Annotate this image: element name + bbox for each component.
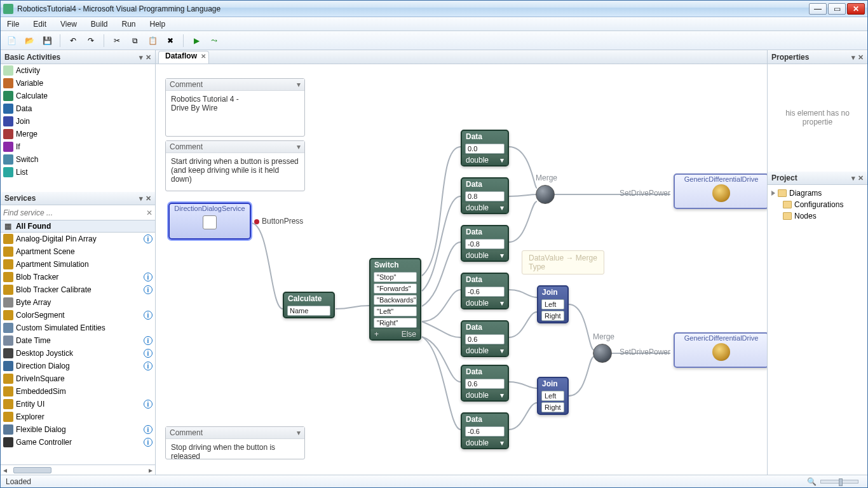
save-button[interactable]: 💾 <box>40 34 54 48</box>
run-button[interactable]: ▶ <box>189 34 203 48</box>
clear-search-icon[interactable]: ✕ <box>146 208 153 217</box>
node-direction-dialog-service[interactable]: DirectionDialogService ✦ <box>168 203 251 240</box>
panel-activities-header[interactable]: Basic Activities ▾✕ <box>1 50 155 64</box>
services-list[interactable]: Analog-Digital Pin Arrayi Apartment Scen… <box>1 233 155 464</box>
activity-item[interactable]: Activity <box>1 64 155 77</box>
menu-build[interactable]: Build <box>87 18 112 30</box>
data-value[interactable] <box>465 426 505 437</box>
info-icon[interactable]: i <box>144 349 153 358</box>
output-port[interactable] <box>254 219 259 224</box>
tree-item-configurations[interactable]: Configurations <box>771 199 864 210</box>
info-icon[interactable]: i <box>144 273 153 281</box>
switch-case[interactable]: "Forwards" <box>374 283 417 294</box>
menu-edit[interactable]: Edit <box>29 18 50 30</box>
info-icon[interactable]: i <box>144 438 153 447</box>
activity-item[interactable]: If <box>1 140 155 153</box>
data-value[interactable] <box>465 379 505 389</box>
pin-icon[interactable]: ▾ <box>139 53 143 62</box>
comment-box[interactable]: Comment▾ Stop driving when the button is… <box>165 426 305 459</box>
titlebar[interactable]: RoboticsTutorial4 - Microsoft Visual Pro… <box>1 1 867 17</box>
zoom-icon[interactable]: 🔍 <box>807 477 817 486</box>
info-icon[interactable]: i <box>144 400 153 409</box>
comment-box[interactable]: Comment▾ Robotics Tutorial 4 - Drive By … <box>165 78 305 137</box>
info-icon[interactable]: i <box>144 234 153 243</box>
close-button[interactable]: ✕ <box>847 3 865 15</box>
join-slot[interactable]: Right <box>541 311 564 321</box>
minimize-button[interactable]: — <box>809 3 827 15</box>
plus-icon[interactable]: + <box>374 330 379 339</box>
chevron-down-icon[interactable]: ▾ <box>297 142 301 151</box>
join-slot[interactable]: Right <box>541 402 564 412</box>
activity-item[interactable]: Switch <box>1 153 155 166</box>
node-generic-differential-drive[interactable]: GenericDifferentialDrive <box>674 173 767 209</box>
chevron-down-icon[interactable]: ▾ <box>500 391 504 400</box>
chevron-down-icon[interactable]: ▾ <box>500 251 504 260</box>
chevron-down-icon[interactable]: ▾ <box>297 428 301 437</box>
node-merge[interactable] <box>536 185 555 204</box>
node-data[interactable]: Data double▾ <box>461 130 509 166</box>
cut-button[interactable]: ✂ <box>110 34 124 48</box>
data-value[interactable] <box>465 144 505 154</box>
panel-close-icon[interactable]: ✕ <box>146 194 151 203</box>
service-item[interactable]: Apartment Simulation <box>1 258 155 271</box>
data-value[interactable] <box>465 239 505 249</box>
service-item[interactable]: Entity UIi <box>1 398 155 410</box>
canvas-scroll[interactable]: Comment▾ Robotics Tutorial 4 - Drive By … <box>156 64 767 475</box>
node-merge[interactable] <box>593 344 612 363</box>
delete-button[interactable]: ✖ <box>163 34 177 48</box>
data-value[interactable] <box>465 334 505 344</box>
redo-button[interactable]: ↷ <box>84 34 98 48</box>
menu-run[interactable]: Run <box>118 18 140 30</box>
activity-item[interactable]: List <box>1 166 155 179</box>
expand-icon[interactable] <box>771 191 775 196</box>
find-service-input[interactable] <box>3 208 146 217</box>
data-value[interactable] <box>465 287 505 297</box>
panel-close-icon[interactable]: ✕ <box>858 53 864 62</box>
dataflow-canvas[interactable]: Comment▾ Robotics Tutorial 4 - Drive By … <box>156 64 767 475</box>
chevron-down-icon[interactable]: ▾ <box>500 438 504 447</box>
service-item[interactable]: Flexible Dialogi <box>1 423 155 436</box>
data-value[interactable] <box>465 191 505 201</box>
pin-icon[interactable]: ▾ <box>851 174 855 182</box>
node-calculate[interactable]: Calculate <box>283 292 335 318</box>
panel-close-icon[interactable]: ✕ <box>146 53 151 62</box>
service-item[interactable]: Game Controlleri <box>1 436 155 449</box>
maximize-button[interactable]: ▭ <box>828 3 846 15</box>
open-button[interactable]: 📂 <box>22 34 36 48</box>
node-generic-differential-drive[interactable]: GenericDifferentialDrive <box>674 332 767 368</box>
comment-box[interactable]: Comment▾ Start driving when a button is … <box>165 140 305 191</box>
panel-services-header[interactable]: Services ▾✕ <box>1 191 155 205</box>
activity-item[interactable]: Calculate <box>1 90 155 102</box>
node-data[interactable]: Data double▾ <box>461 177 509 214</box>
service-item[interactable]: Blob Trackeri <box>1 271 155 283</box>
tree-item-nodes[interactable]: Nodes <box>771 210 864 222</box>
calculate-value[interactable] <box>287 306 330 316</box>
switch-else[interactable]: +Else <box>370 329 420 339</box>
service-item[interactable]: Byte Array <box>1 296 155 309</box>
service-item[interactable]: Explorer <box>1 410 155 423</box>
activity-item[interactable]: Data <box>1 102 155 115</box>
switch-case[interactable]: "Backwards" <box>374 295 417 305</box>
service-item[interactable]: ColorSegmenti <box>1 309 155 322</box>
zoom-slider[interactable] <box>820 480 858 484</box>
service-item[interactable]: Direction Dialogi <box>1 360 155 372</box>
services-hscroll[interactable]: ◂▸ <box>1 464 155 475</box>
info-icon[interactable]: i <box>144 425 153 434</box>
menu-file[interactable]: File <box>3 18 23 30</box>
node-data[interactable]: Data double▾ <box>461 412 509 449</box>
tab-close-icon[interactable]: ✕ <box>201 53 206 60</box>
activity-item[interactable]: Join <box>1 115 155 128</box>
node-switch[interactable]: Switch "Stop" "Forwards" "Backwards" "Le… <box>369 258 421 341</box>
panel-close-icon[interactable]: ✕ <box>858 174 864 182</box>
info-icon[interactable]: i <box>144 362 153 370</box>
chevron-down-icon[interactable]: ▾ <box>500 203 504 212</box>
new-button[interactable]: 📄 <box>4 34 18 48</box>
menu-view[interactable]: View <box>57 18 81 30</box>
chevron-down-icon[interactable]: ▾ <box>500 156 504 165</box>
service-item[interactable]: Analog-Digital Pin Arrayi <box>1 233 155 245</box>
join-slot[interactable]: Left <box>541 299 564 309</box>
switch-case[interactable]: "Left" <box>374 306 417 316</box>
service-item[interactable]: Custom Simulated Entities <box>1 322 155 334</box>
node-join[interactable]: Join Left Right <box>537 377 569 415</box>
chevron-down-icon[interactable]: ▾ <box>500 346 504 355</box>
